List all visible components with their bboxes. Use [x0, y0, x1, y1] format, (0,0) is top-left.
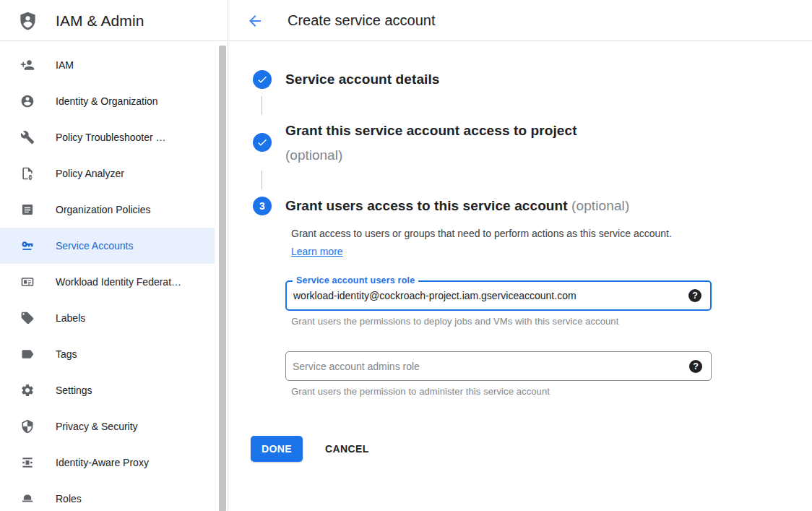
- step3-description: Grant access to users or groups that nee…: [291, 225, 687, 261]
- back-arrow-icon[interactable]: [246, 12, 264, 30]
- step3-title: Grant users access to this service accou…: [285, 197, 629, 215]
- person-add-icon: [20, 58, 35, 72]
- wrench-icon: [20, 130, 35, 145]
- sidebar-item-label: Identity-Aware Proxy: [56, 457, 149, 468]
- learn-more-link[interactable]: Learn more: [291, 246, 343, 257]
- sidebar-item-label: Organization Policies: [56, 204, 151, 215]
- help-icon[interactable]: ?: [689, 360, 702, 373]
- service-account-key-icon: [20, 239, 35, 253]
- sidebar-item-label: Settings: [56, 385, 92, 396]
- page-header: Create service account: [228, 0, 812, 41]
- step-connector: [262, 171, 262, 189]
- step1-title: Service account details: [285, 70, 440, 89]
- iam-admin-console: IAM & Admin Create service account IAM I…: [0, 0, 812, 511]
- sidebar-item-label: Roles: [56, 493, 82, 504]
- proxy-icon: [20, 455, 35, 470]
- sidebar-item-identity-aware-proxy[interactable]: Identity-Aware Proxy: [0, 445, 215, 481]
- sidebar-item-service-accounts[interactable]: Service Accounts: [0, 228, 215, 264]
- sidebar-item-identity-organization[interactable]: Identity & Organization: [0, 83, 215, 119]
- sidebar-item-roles[interactable]: Roles: [0, 481, 215, 511]
- users-role-helper-text: Grant users the permissions to deploy jo…: [291, 316, 618, 327]
- sidebar-item-settings[interactable]: Settings: [0, 372, 215, 408]
- sidebar-item-privacy-security[interactable]: Privacy & Security: [0, 408, 215, 445]
- sidebar-item-policy-troubleshooter[interactable]: Policy Troubleshooter …: [0, 119, 215, 155]
- sidebar-item-label: Identity & Organization: [56, 95, 158, 107]
- sidebar-item-label: Policy Analyzer: [56, 168, 124, 179]
- main-content: Service account details Grant this servi…: [228, 41, 812, 511]
- iam-shield-icon: [18, 10, 38, 32]
- product-header: IAM & Admin: [0, 0, 228, 41]
- step2-completed-check-icon: [253, 133, 272, 152]
- cancel-button[interactable]: CANCEL: [322, 436, 372, 462]
- step2-title: Grant this service account access to pro…: [285, 119, 577, 168]
- top-header: IAM & Admin Create service account: [0, 0, 812, 41]
- sidebar-item-label: Policy Troubleshooter …: [56, 132, 166, 143]
- step3-optional-label: (optional): [571, 198, 629, 213]
- admins-role-helper-text: Grant users the permission to administer…: [291, 386, 550, 397]
- sidebar-item-label: Tags: [56, 348, 77, 360]
- gear-icon: [20, 383, 35, 398]
- sidebar-item-policy-analyzer[interactable]: Policy Analyzer: [0, 155, 215, 192]
- product-title: IAM & Admin: [56, 12, 144, 30]
- sidebar-nav: IAM Identity & Organization Policy Troub…: [0, 42, 215, 511]
- sidebar-item-label: IAM: [56, 59, 74, 71]
- step-connector: [262, 96, 262, 115]
- sidebar: IAM Identity & Organization Policy Troub…: [0, 42, 228, 511]
- arrow-tag-icon: [20, 347, 35, 361]
- badge-card-icon: [20, 275, 35, 289]
- sidebar-item-label: Labels: [56, 312, 85, 324]
- step3-number-badge: 3: [253, 197, 272, 215]
- page-title: Create service account: [288, 12, 436, 29]
- done-button[interactable]: DONE: [251, 436, 303, 462]
- sidebar-item-tags[interactable]: Tags: [0, 336, 215, 372]
- tag-icon: [20, 311, 35, 325]
- list-icon: [20, 202, 35, 217]
- step2-optional-label: (optional): [285, 143, 577, 168]
- sidebar-scrollbar[interactable]: [219, 46, 226, 511]
- service-account-admins-role-field: ?: [285, 351, 712, 381]
- hat-icon: [20, 491, 35, 506]
- identity-circle-icon: [20, 94, 35, 108]
- service-account-users-role-field: Service account users role ?: [285, 280, 712, 311]
- admins-role-input[interactable]: [286, 352, 676, 380]
- sidebar-item-labels[interactable]: Labels: [0, 300, 215, 336]
- sidebar-item-label: Service Accounts: [56, 240, 133, 252]
- sidebar-item-label: Workload Identity Federat…: [56, 276, 181, 288]
- users-role-label: Service account users role: [293, 275, 418, 285]
- step1-completed-check-icon: [253, 70, 272, 89]
- sidebar-item-workload-identity-federation[interactable]: Workload Identity Federat…: [0, 264, 215, 300]
- document-gear-icon: [20, 166, 35, 181]
- sidebar-item-iam[interactable]: IAM: [0, 47, 215, 83]
- help-icon[interactable]: ?: [688, 289, 701, 302]
- users-role-input[interactable]: [287, 282, 675, 309]
- sidebar-item-label: Privacy & Security: [56, 421, 138, 432]
- shield-icon: [20, 419, 35, 434]
- sidebar-item-organization-policies[interactable]: Organization Policies: [0, 192, 215, 228]
